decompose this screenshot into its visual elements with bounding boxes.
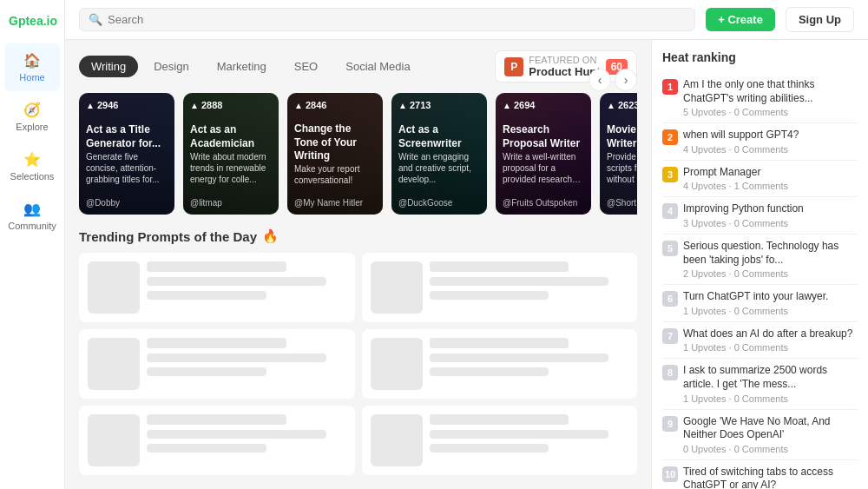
heat-item-meta: 4 Upvotes · 0 Comments (683, 144, 858, 155)
right-panel: Heat ranking 1 Am I the only one that th… (651, 40, 868, 489)
create-button[interactable]: + Create (706, 8, 775, 31)
filter-tab-design[interactable]: Design (141, 56, 201, 77)
card-author: @Dobby (86, 198, 168, 208)
heat-ranking-item[interactable]: 8 I ask to summarize 2500 words article.… (662, 359, 858, 409)
votes-icon: ▲ (607, 101, 615, 110)
skeleton-line (147, 444, 266, 453)
heat-ranking-item[interactable]: 7 What does an AI do after a breakup? 1 … (662, 322, 858, 360)
sidebar-item-selections[interactable]: ⭐Selections (4, 142, 60, 190)
sidebar-item-home[interactable]: 🏠Home (4, 43, 60, 91)
skeleton-line (430, 291, 549, 300)
prompt-card[interactable]: ▲ 2623 Movie Script Writer Provide 500-w… (600, 93, 637, 215)
cards-scroll: ▲ 2946 Act as a Title Generator for... G… (79, 93, 637, 215)
ph-logo-icon: P (504, 57, 523, 76)
heat-ranking-item[interactable]: 3 Prompt Manager 4 Upvotes · 1 Comments (662, 161, 858, 198)
card-desc: Provide 500-word scripts for movies with… (607, 151, 637, 185)
trending-item[interactable] (79, 253, 355, 322)
ph-featured-text: FEATURED ON (529, 55, 600, 65)
votes-icon: ▲ (398, 101, 407, 110)
sidebar-icon: ⭐ (23, 151, 41, 168)
skeleton-line (430, 367, 549, 376)
skeleton-line (430, 338, 569, 348)
cards-section: ‹ › ▲ 2946 Act as a Title Generator for.… (79, 93, 637, 215)
trending-header: Trending Prompts of the Day 🔥 (79, 228, 637, 244)
skeleton-thumb (88, 414, 140, 466)
prompt-card[interactable]: ▲ 2713 Act as a Screenwriter Write an en… (391, 93, 487, 215)
sidebar-item-explore[interactable]: 🧭Explore (4, 93, 60, 141)
votes-icon: ▲ (190, 101, 199, 110)
prompt-card[interactable]: ▲ 2888 Act as an Academician Write about… (183, 93, 279, 215)
prompt-card[interactable]: ▲ 2846 Change the Tone of Your Writing M… (287, 93, 383, 215)
card-votes: ▲ 2888 (190, 100, 272, 110)
card-title: Movie Script Writer (607, 123, 637, 150)
heat-rank-badge: 7 (662, 328, 678, 344)
skeleton-thumb (371, 414, 423, 466)
next-arrow[interactable]: › (615, 69, 637, 91)
heat-item-title: Prompt Manager (683, 166, 858, 180)
card-votes: ▲ 2846 (294, 100, 376, 110)
heat-item-title: when will support GPT4? (683, 129, 858, 142)
heat-item-meta: 3 Upvotes · 0 Comments (683, 218, 858, 228)
search-box[interactable]: 🔍 (79, 8, 695, 31)
search-input[interactable] (108, 13, 686, 26)
card-votes: ▲ 2623 (607, 100, 637, 110)
prev-arrow[interactable]: ‹ (589, 69, 611, 91)
card-author: @DuckGoose (398, 198, 480, 208)
sidebar-label: Explore (16, 122, 48, 132)
card-content: ▲ 2623 Movie Script Writer Provide 500-w… (600, 93, 637, 215)
card-author: @My Name Hitler (294, 198, 376, 208)
trending-item[interactable] (362, 406, 638, 475)
skeleton-thumb (88, 338, 140, 390)
heat-ranking-item[interactable]: 5 Serious question. Technology has been … (662, 235, 858, 285)
card-desc: Write about modern trends in renewable e… (190, 151, 272, 185)
logo: Gptea.io (0, 7, 64, 42)
heat-ranking-item[interactable]: 2 when will support GPT4? 4 Upvotes · 0 … (662, 123, 858, 161)
trending-item[interactable] (79, 329, 355, 399)
prompt-card[interactable]: ▲ 2694 Research Proposal Writer Write a … (496, 93, 591, 215)
trending-title: Trending Prompts of the Day (79, 229, 257, 244)
heat-rank-badge: 9 (662, 416, 678, 432)
prompt-card[interactable]: ▲ 2946 Act as a Title Generator for... G… (79, 93, 174, 215)
skeleton-line (430, 430, 609, 439)
trending-grid (79, 253, 637, 475)
votes-icon: ▲ (294, 101, 303, 110)
sidebar-label: Selections (10, 171, 55, 182)
sidebar-icon: 🏠 (23, 52, 41, 69)
skeleton-line (147, 367, 266, 376)
filter-tab-marketing[interactable]: Marketing (205, 56, 279, 77)
skeleton-line (430, 414, 569, 425)
trending-item[interactable] (79, 406, 355, 475)
heat-ranking-item[interactable]: 1 Am I the only one that thinks ChatGPT'… (662, 73, 858, 123)
trending-item[interactable] (362, 253, 638, 322)
heat-rank-badge: 4 (662, 203, 678, 219)
heat-ranking-item[interactable]: 10 Tired of switching tabs to access Cha… (662, 460, 858, 489)
skeleton-line (430, 444, 549, 453)
skeleton-thumb (371, 338, 423, 390)
card-author: @Fruits Outspoken (503, 198, 584, 208)
filter-tab-social media[interactable]: Social Media (333, 56, 422, 77)
trending-item[interactable] (362, 329, 638, 399)
card-desc: Write an engaging and creative script, d… (398, 151, 480, 185)
heat-rank-badge: 5 (662, 241, 678, 256)
heat-item-meta: 1 Upvotes · 0 Comments (683, 393, 858, 404)
heat-item-title: Improving Python function (683, 202, 858, 216)
heat-ranking-item[interactable]: 9 Google 'We Have No Moat, And Neither D… (662, 410, 858, 460)
filter-tab-writing[interactable]: Writing (79, 56, 138, 77)
sidebar-icon: 🧭 (23, 102, 41, 118)
card-desc: Generate five concise, attention-grabbin… (86, 151, 168, 185)
sidebar-item-community[interactable]: 👥Community (4, 192, 60, 240)
heat-rank-badge: 8 (662, 365, 678, 380)
card-author: @Short Tamper (607, 198, 637, 208)
heat-rank-badge: 1 (662, 79, 678, 95)
votes-icon: ▲ (86, 101, 95, 110)
skeleton-line (430, 354, 609, 362)
heat-rank-badge: 2 (662, 129, 678, 145)
heat-item-meta: 0 Upvotes · 0 Comments (683, 444, 858, 454)
nav-arrows: ‹ › (589, 69, 637, 91)
signup-button[interactable]: Sign Up (786, 7, 854, 32)
heat-ranking-item[interactable]: 4 Improving Python function 3 Upvotes · … (662, 197, 858, 235)
heat-ranking-item[interactable]: 6 Turn ChatGPT into your lawyer. 1 Upvot… (662, 285, 858, 322)
sidebar-icon: 👥 (23, 201, 41, 217)
logo-text: Gptea.io (9, 14, 57, 28)
filter-tab-seo[interactable]: SEO (282, 56, 330, 77)
